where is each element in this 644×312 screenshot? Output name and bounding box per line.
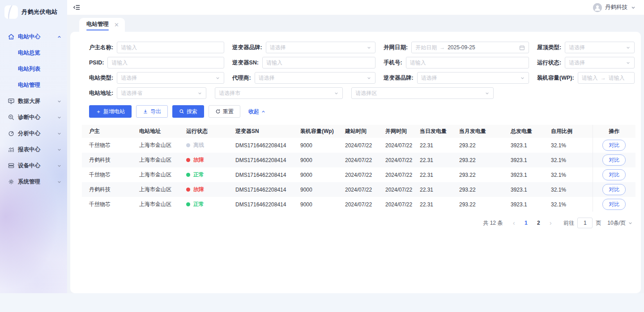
- chevron-down-icon: [57, 163, 62, 168]
- prev-page-icon[interactable]: ‹: [509, 219, 519, 227]
- district-select[interactable]: 请选择区: [351, 87, 494, 99]
- cell-sn: DMS1716462208414: [228, 197, 293, 212]
- export-label: 导出: [150, 108, 161, 115]
- chevron-down-icon: [367, 76, 371, 81]
- sidebar-collapse-icon[interactable]: [73, 4, 81, 11]
- tab-station-management[interactable]: 电站管理 ✕: [79, 18, 125, 32]
- sidebar-item-data-screen[interactable]: 数据大屏: [0, 93, 67, 109]
- user-avatar-icon: [593, 3, 602, 12]
- system-gear-icon: [8, 178, 15, 185]
- cell-self-use: 32.1%: [544, 167, 593, 182]
- compare-button[interactable]: 对比: [602, 184, 626, 195]
- grid-date-range-picker[interactable]: 开始日期 → 2025-09-25: [411, 42, 529, 53]
- cell-grid-date: 2024/07/22: [378, 167, 413, 182]
- page-size-select[interactable]: 10条/页: [607, 219, 633, 227]
- roof-type-select[interactable]: 请选择: [565, 42, 635, 53]
- status-label: 正常: [193, 201, 204, 208]
- goto-page-input[interactable]: [577, 218, 593, 228]
- brand-name: 丹鹤光伏电站: [21, 8, 58, 16]
- chevron-down-icon: [197, 91, 202, 96]
- select-placeholder: 请选择市: [219, 90, 240, 97]
- goto-label: 前往: [563, 219, 574, 227]
- cell-sn: DMS1716462208414: [228, 182, 293, 197]
- sidebar-item-label: 报表中心: [18, 146, 40, 154]
- close-icon[interactable]: ✕: [114, 22, 119, 28]
- cell-self-use: 32.1%: [544, 197, 593, 212]
- diagnosis-icon: [8, 114, 15, 121]
- sidebar-item-station-list[interactable]: 电站列表: [0, 61, 67, 77]
- cell-self-use: 32.1%: [544, 182, 593, 197]
- city-select[interactable]: 请选择市: [215, 87, 343, 99]
- col-monthly: 当月发电量: [452, 125, 503, 138]
- sidebar-item-label: 设备中心: [18, 162, 40, 170]
- capacity-range-input[interactable]: 请输入 → 请输入: [578, 72, 635, 84]
- compare-button[interactable]: 对比: [602, 199, 626, 210]
- cell-owner: 千丝物芯: [82, 138, 132, 153]
- psid-input[interactable]: [107, 57, 224, 68]
- collapse-filters-link[interactable]: 收起: [248, 108, 266, 115]
- stations-table: 户主 电站地址 运行状态 逆变器SN 装机容量(Wp) 建站时间 并网时间 当日…: [82, 125, 635, 212]
- main-area: 丹鹤科技 电站管理 ✕ 户主名称:: [67, 0, 644, 293]
- cell-address: 上海市金山区: [132, 138, 179, 153]
- owner-name-input[interactable]: [117, 42, 224, 53]
- cell-self-use: 32.1%: [544, 153, 593, 167]
- compare-button[interactable]: 对比: [602, 140, 626, 151]
- chevron-down-icon: [215, 76, 220, 81]
- col-capacity: 装机容量(Wp): [293, 125, 338, 138]
- table-row: 丹鹤科技 上海市金山区 故障 DMS1716462208414 9000 202…: [82, 182, 635, 197]
- compare-button[interactable]: 对比: [602, 169, 626, 180]
- inverter-brand-label: 逆变器品牌:: [232, 44, 262, 51]
- add-station-button[interactable]: ＋新增电站: [89, 105, 132, 118]
- roof-type-label: 屋顶类型:: [537, 44, 561, 51]
- sidebar-item-label: 数据大屏: [18, 98, 40, 105]
- chevron-down-icon: [485, 91, 490, 96]
- page-number-1[interactable]: 1: [520, 220, 531, 226]
- date-end-value: 2025-09-25: [448, 44, 475, 51]
- status-dot-fault: [186, 158, 190, 162]
- psid-label: PSID:: [89, 60, 104, 66]
- compare-button[interactable]: 对比: [602, 154, 626, 166]
- table-header-row: 户主 电站地址 运行状态 逆变器SN 装机容量(Wp) 建站时间 并网时间 当日…: [82, 125, 635, 138]
- action-bar: ＋新增电站 导出 搜索 重置 收起: [89, 105, 635, 118]
- province-select[interactable]: 请选择省: [117, 87, 206, 99]
- sidebar-item-analysis-center[interactable]: 分析中心: [0, 125, 67, 141]
- reset-button[interactable]: 重置: [209, 105, 240, 118]
- cell-monthly: 293.22: [452, 182, 503, 197]
- chevron-down-icon: [626, 60, 631, 65]
- inverter-brand-select[interactable]: 请选择: [266, 42, 375, 53]
- sidebar-item-report-center[interactable]: 报表中心: [0, 141, 67, 158]
- chevron-down-icon: [57, 131, 62, 136]
- col-build-date: 建站时间: [338, 125, 378, 138]
- station-type-select[interactable]: 请选择: [117, 72, 224, 84]
- sidebar-item-device-center[interactable]: 设备中心: [0, 158, 67, 174]
- cell-grid-date: 2024/07/22: [378, 138, 413, 153]
- agent-select[interactable]: 请选择: [255, 72, 375, 84]
- run-status-select[interactable]: 请选择: [565, 57, 635, 68]
- sidebar-item-label: 诊断中心: [18, 114, 40, 121]
- chevron-down-icon: [626, 45, 631, 50]
- cell-address: 上海市金山区: [132, 153, 179, 167]
- cell-address: 上海市金山区: [132, 182, 179, 197]
- cell-build-date: 2024/07/22: [338, 138, 378, 153]
- brand-logo-icon: [4, 5, 18, 19]
- cell-owner: 丹鹤科技: [82, 182, 132, 197]
- next-page-icon[interactable]: ›: [546, 219, 555, 227]
- status-dot-fault: [186, 188, 190, 192]
- cell-grid-date: 2024/07/22: [378, 153, 413, 167]
- range-arrow-icon: →: [601, 75, 606, 81]
- search-icon: [179, 109, 184, 114]
- user-menu[interactable]: 丹鹤科技: [593, 3, 636, 12]
- page-number-2[interactable]: 2: [533, 220, 544, 226]
- cell-daily: 22.31: [413, 167, 452, 182]
- phone-input[interactable]: [406, 57, 529, 68]
- sidebar-item-diagnosis-center[interactable]: 诊断中心: [0, 109, 67, 125]
- inverter-sn-input[interactable]: [262, 57, 375, 68]
- sidebar-item-station-management[interactable]: 电站管理: [0, 77, 67, 93]
- cell-total: 3923.1: [503, 167, 544, 182]
- export-button[interactable]: 导出: [136, 105, 168, 118]
- sidebar-item-system-management[interactable]: 系统管理: [0, 174, 67, 190]
- sidebar-item-station-center[interactable]: 电站中心: [0, 29, 67, 45]
- search-button[interactable]: 搜索: [172, 105, 204, 118]
- inverter-brand2-select[interactable]: 请选择: [417, 72, 529, 84]
- sidebar-item-station-overview[interactable]: 电站总览: [0, 45, 67, 61]
